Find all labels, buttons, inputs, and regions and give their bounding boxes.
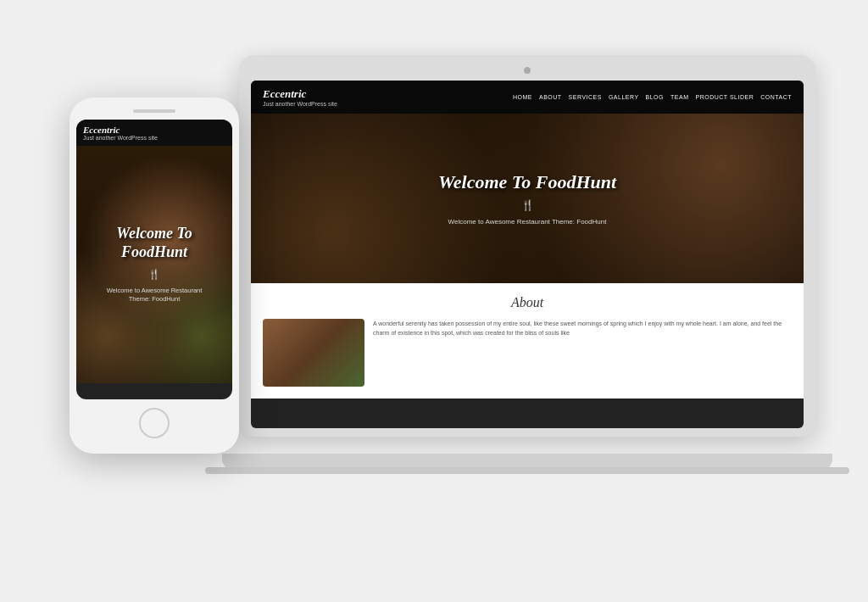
laptop-screen: Eccentric Just another WordPress site HO…	[251, 81, 804, 428]
laptop-camera	[524, 67, 531, 74]
phone-hero: Welcome ToFoodHunt 🍴 Welcome to Awesome …	[76, 146, 232, 383]
scene: Eccentric Just another WordPress site HO…	[53, 30, 815, 572]
laptop-foot	[205, 467, 849, 474]
laptop-body: Eccentric Just another WordPress site HO…	[239, 55, 815, 437]
phone-home-button[interactable]	[139, 408, 170, 438]
laptop-hero-subtitle: Welcome to Awesome Restaurant Theme: Foo…	[448, 218, 607, 226]
nav-link-product-slider[interactable]: PRODUCT SLIDER	[695, 94, 754, 100]
phone-speaker	[133, 109, 175, 113]
phone: Eccentric Just another WordPress site We…	[70, 98, 239, 454]
phone-hero-icon: 🍴	[148, 269, 160, 280]
laptop: Eccentric Just another WordPress site HO…	[239, 55, 815, 471]
nav-link-home[interactable]: HOME	[513, 94, 532, 100]
laptop-about-image	[263, 319, 364, 387]
nav-link-contact[interactable]: CONTACT	[760, 94, 792, 100]
laptop-brand-name: Eccentric	[263, 87, 337, 101]
phone-hero-bg	[76, 146, 232, 383]
laptop-about: About A wonderful serenity has taken pos…	[251, 283, 804, 399]
phone-brand: Eccentric Just another WordPress site	[83, 125, 225, 141]
phone-hero-title: Welcome ToFoodHunt	[116, 225, 192, 261]
laptop-nav: Eccentric Just another WordPress site HO…	[251, 81, 804, 114]
laptop-hero: Welcome To FoodHunt 🍴 Welcome to Awesome…	[251, 114, 804, 283]
phone-nav: Eccentric Just another WordPress site	[76, 120, 232, 146]
laptop-brand: Eccentric Just another WordPress site	[263, 87, 337, 107]
nav-link-about[interactable]: ABOUT	[539, 94, 562, 100]
phone-hero-subtitle: Welcome to Awesome RestaurantTheme: Food…	[107, 287, 203, 304]
laptop-nav-links: HOME ABOUT SERVICES GALLERY BLOG TEAM PR…	[513, 94, 792, 100]
phone-brand-name: Eccentric	[83, 125, 225, 135]
nav-link-gallery[interactable]: GALLERY	[609, 94, 639, 100]
nav-link-services[interactable]: SERVICES	[569, 94, 602, 100]
laptop-brand-tagline: Just another WordPress site	[263, 101, 337, 107]
phone-screen: Eccentric Just another WordPress site We…	[76, 120, 232, 399]
nav-link-team[interactable]: TEAM	[670, 94, 688, 100]
phone-body: Eccentric Just another WordPress site We…	[70, 98, 239, 454]
nav-link-blog[interactable]: BLOG	[646, 94, 664, 100]
phone-brand-tagline: Just another WordPress site	[83, 135, 225, 141]
laptop-about-content: A wonderful serenity has taken possessio…	[263, 319, 792, 387]
laptop-about-title: About	[263, 295, 792, 310]
laptop-hero-title: Welcome To FoodHunt	[438, 171, 616, 193]
laptop-hero-icon: 🍴	[521, 199, 534, 211]
laptop-about-text: A wonderful serenity has taken possessio…	[373, 319, 792, 387]
